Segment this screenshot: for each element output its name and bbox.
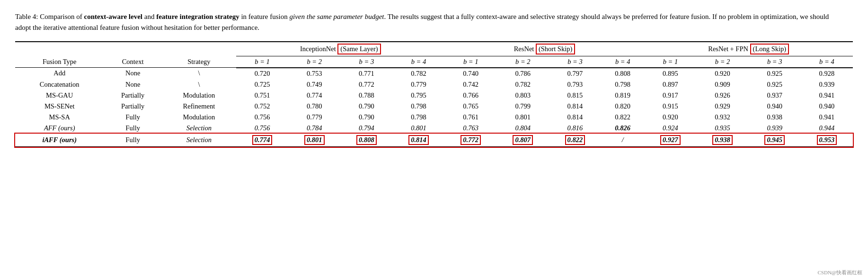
cell-value: 0.763 [445, 123, 497, 134]
cell-value: 0.752 [236, 101, 288, 112]
cell-value: 0.784 [288, 123, 340, 134]
short-skip-badge: (Short Skip) [536, 44, 575, 54]
caption-text1: Comparison of [40, 13, 84, 20]
cell-value: 0.897 [644, 79, 696, 90]
cell-fusion-type: iAFF (ours) [15, 134, 104, 147]
cell-value: 0.895 [644, 68, 696, 79]
cell-value: 0.790 [340, 101, 392, 112]
cell-value: 0.920 [696, 68, 748, 79]
cell-value: 0.938 [749, 112, 801, 123]
cell-value: 0.774 [236, 134, 288, 147]
cell-value: 0.772 [445, 134, 497, 147]
cell-value: 0.797 [549, 68, 601, 79]
cell-fusion-type: Concatenation [15, 79, 104, 90]
cell-value: 0.790 [340, 112, 392, 123]
cell-value: 0.807 [497, 134, 549, 147]
cell-value: 0.816 [549, 123, 601, 134]
cell-value: 0.782 [497, 79, 549, 90]
cell-value: 0.927 [644, 134, 696, 147]
cell-value: 0.766 [445, 90, 497, 101]
b1-inc: b = 1 [236, 56, 288, 68]
cell-value: 0.801 [392, 123, 444, 134]
cell-value: 0.826 [601, 123, 644, 134]
cell-value: / [601, 134, 644, 147]
cell-value: 0.765 [445, 101, 497, 112]
table-row: MS-GAUPartiallyModulation0.7510.7740.788… [15, 90, 853, 101]
column-group-header-row: Fusion Type Context Strategy InceptionNe… [15, 42, 853, 56]
cell-value: 0.786 [497, 68, 549, 79]
b4-res: b = 4 [601, 56, 644, 68]
cell-value: 0.753 [288, 68, 340, 79]
watermark: CSDN@快看画红框 [818, 269, 862, 276]
cell-value: 0.801 [497, 112, 549, 123]
cell-value: 0.939 [801, 79, 853, 90]
cell-strategy: Selection [162, 123, 236, 134]
b3-fpn: b = 3 [749, 56, 801, 68]
caption-bold2: feature integration strategy [156, 13, 239, 20]
b3-inc: b = 3 [340, 56, 392, 68]
table-row: AFF (ours)FullySelection0.7560.7840.7940… [15, 123, 853, 134]
caption-prefix: Table 4: [15, 13, 38, 20]
cell-value: 0.801 [288, 134, 340, 147]
cell-value: 0.819 [601, 90, 644, 101]
cell-value: 0.779 [392, 79, 444, 90]
cell-value: 0.929 [696, 101, 748, 112]
cell-value: 0.725 [236, 79, 288, 90]
group-resnet-fpn: ResNet + FPN (Long Skip) [644, 42, 853, 56]
cell-value: 0.917 [644, 90, 696, 101]
b1-res: b = 1 [445, 56, 497, 68]
group-inceptionnet: InceptionNet (Same Layer) [236, 42, 445, 56]
caption-text2: and [142, 13, 156, 20]
col-fusion-type: Fusion Type [15, 42, 104, 68]
cell-value: 0.756 [236, 112, 288, 123]
cell-value: 0.925 [749, 68, 801, 79]
cell-value: 0.937 [749, 90, 801, 101]
cell-context: None [104, 68, 161, 79]
b4-fpn: b = 4 [801, 56, 853, 68]
cell-value: 0.798 [392, 101, 444, 112]
same-layer-badge: (Same Layer) [337, 44, 381, 54]
cell-value: 0.780 [288, 101, 340, 112]
cell-value: 0.945 [749, 134, 801, 147]
cell-value: 0.814 [549, 112, 601, 123]
cell-fusion-type: Add [15, 68, 104, 79]
cell-value: 0.909 [696, 79, 748, 90]
cell-value: 0.940 [749, 101, 801, 112]
cell-value: 0.808 [601, 68, 644, 79]
cell-value: 0.795 [392, 90, 444, 101]
cell-value: 0.822 [549, 134, 601, 147]
col-context: Context [104, 42, 161, 68]
cell-context: Partially [104, 90, 161, 101]
cell-value: 0.940 [801, 101, 853, 112]
cell-value: 0.742 [445, 79, 497, 90]
cell-value: 0.788 [340, 90, 392, 101]
cell-fusion-type: MS-SENet [15, 101, 104, 112]
cell-value: 0.815 [549, 90, 601, 101]
cell-value: 0.925 [749, 79, 801, 90]
cell-value: 0.808 [340, 134, 392, 147]
cell-strategy: Modulation [162, 90, 236, 101]
cell-strategy: Selection [162, 134, 236, 147]
group-resnet: ResNet (Short Skip) [445, 42, 645, 56]
cell-strategy: \ [162, 68, 236, 79]
cell-value: 0.772 [340, 79, 392, 90]
cell-value: 0.924 [644, 123, 696, 134]
cell-value: 0.938 [696, 134, 748, 147]
long-skip-badge: (Long Skip) [750, 44, 789, 54]
cell-value: 0.915 [644, 101, 696, 112]
cell-context: Fully [104, 123, 161, 134]
cell-strategy: \ [162, 79, 236, 90]
cell-value: 0.814 [392, 134, 444, 147]
b2-res: b = 2 [497, 56, 549, 68]
cell-value: 0.756 [236, 123, 288, 134]
caption-text3: in feature fusion [239, 13, 290, 20]
cell-value: 0.941 [801, 90, 853, 101]
caption-italic1: given the same parameter budget [290, 13, 384, 20]
col-strategy: Strategy [162, 42, 236, 68]
cell-value: 0.749 [288, 79, 340, 90]
cell-value: 0.944 [801, 123, 853, 134]
b2-inc: b = 2 [288, 56, 340, 68]
cell-value: 0.820 [601, 101, 644, 112]
cell-value: 0.761 [445, 112, 497, 123]
cell-value: 0.740 [445, 68, 497, 79]
